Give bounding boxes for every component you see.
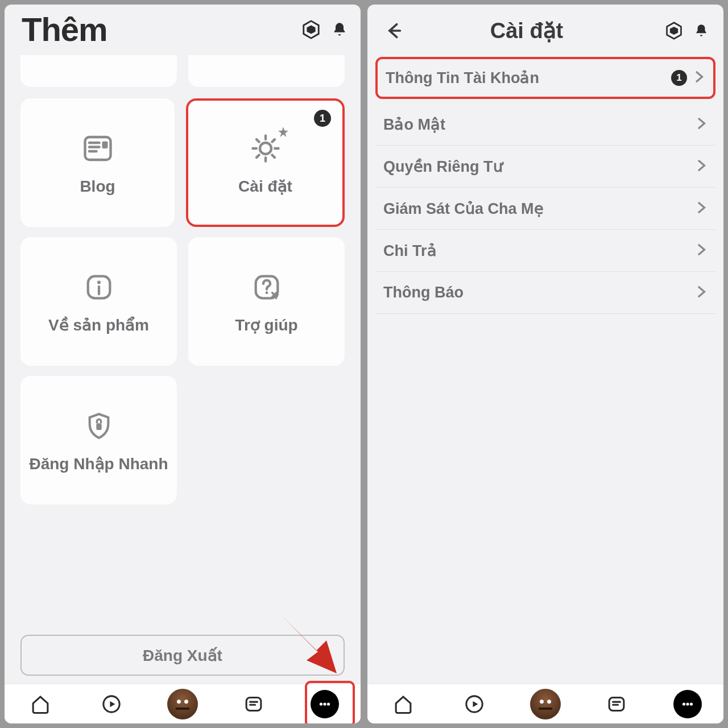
- tile-about-label: Về sản phẩm: [48, 316, 149, 335]
- svg-rect-3: [102, 142, 107, 149]
- row-account-info[interactable]: Thông Tin Tài Khoản 1: [375, 57, 715, 99]
- tab-chat[interactable]: [601, 689, 632, 719]
- row-notifications[interactable]: Thông Báo: [375, 272, 715, 314]
- avatar-icon: [167, 689, 198, 719]
- settings-header: Cài đặt: [367, 5, 723, 52]
- gear-icon: [246, 129, 285, 168]
- row-notifications-label: Thông Báo: [383, 284, 689, 301]
- tile-help[interactable]: Trợ giúp: [188, 237, 345, 366]
- row-security-label: Bảo Mật: [383, 115, 689, 134]
- chevron-right-icon: [695, 159, 708, 174]
- tile-quick-login-label: Đăng Nhập Nhanh: [29, 454, 168, 474]
- tab-more[interactable]: [309, 689, 340, 719]
- newspaper-icon: [78, 129, 117, 168]
- more-header: Thêm: [5, 5, 361, 52]
- tab-discover[interactable]: [459, 689, 490, 719]
- chevron-right-icon: [695, 201, 708, 216]
- logout-label: Đăng Xuất: [143, 646, 222, 665]
- logout-button[interactable]: Đăng Xuất: [20, 635, 345, 676]
- tile-settings-label: Cài đặt: [238, 177, 292, 196]
- svg-point-14: [320, 702, 322, 705]
- tiles-grid: Blog 1 Cài đặt Về sản phẩm: [5, 52, 361, 635]
- more-title: Thêm: [22, 10, 107, 48]
- more-panel: Thêm Blog 1: [5, 5, 361, 723]
- avatar-icon: [530, 689, 561, 719]
- svg-point-22: [682, 702, 685, 705]
- row-privacy-label: Quyền Riêng Tư: [383, 158, 689, 176]
- bell-icon[interactable]: [693, 22, 710, 39]
- robux-icon[interactable]: [664, 21, 684, 40]
- tab-bar: [5, 684, 361, 723]
- tab-avatar[interactable]: [167, 689, 198, 719]
- svg-rect-10: [96, 424, 101, 431]
- tile-blog-label: Blog: [80, 177, 115, 196]
- row-security[interactable]: Bảo Mật: [375, 104, 715, 146]
- row-account-label: Thông Tin Tài Khoản: [386, 69, 665, 87]
- settings-badge: 1: [314, 110, 331, 127]
- bell-icon[interactable]: [331, 21, 348, 38]
- settings-panel: Cài đặt Thông Tin Tài Khoản 1 Bảo Mật Qu…: [367, 5, 723, 723]
- svg-point-4: [260, 143, 271, 154]
- svg-marker-5: [278, 127, 288, 137]
- header-icons: [301, 20, 348, 39]
- tab-bar-right: [367, 684, 723, 723]
- svg-rect-2: [85, 137, 110, 160]
- tab-chat[interactable]: [238, 689, 269, 719]
- svg-marker-20: [473, 701, 478, 706]
- tile-blog[interactable]: Blog: [20, 98, 175, 227]
- chevron-right-icon: [695, 286, 708, 300]
- svg-marker-12: [110, 701, 115, 706]
- svg-point-16: [327, 702, 330, 705]
- chevron-right-icon: [695, 117, 708, 132]
- svg-point-7: [97, 281, 100, 284]
- row-billing[interactable]: Chi Trả: [375, 230, 715, 272]
- ellipsis-icon: [311, 690, 339, 718]
- shield-lock-icon: [80, 407, 118, 445]
- account-badge: 1: [671, 70, 687, 86]
- tile-placeholder-2[interactable]: [188, 55, 345, 87]
- tile-settings[interactable]: 1 Cài đặt: [186, 98, 345, 227]
- info-icon: [80, 268, 118, 307]
- row-privacy[interactable]: Quyền Riêng Tư: [375, 146, 715, 188]
- tile-help-label: Trợ giúp: [235, 316, 297, 335]
- chevron-right-icon: [695, 243, 708, 258]
- tile-about[interactable]: Về sản phẩm: [20, 237, 177, 366]
- chevron-right-icon: [693, 71, 705, 85]
- tab-home[interactable]: [388, 689, 419, 719]
- tab-more[interactable]: [672, 689, 703, 719]
- row-parental-label: Giám Sát Của Cha Mẹ: [383, 200, 689, 218]
- settings-list: Thông Tin Tài Khoản 1 Bảo Mật Quyền Riên…: [367, 52, 723, 684]
- tab-discover[interactable]: [96, 689, 127, 719]
- svg-point-15: [324, 702, 326, 705]
- tab-avatar[interactable]: [530, 689, 561, 719]
- svg-marker-1: [307, 25, 315, 34]
- row-billing-label: Chi Trả: [383, 242, 689, 260]
- svg-point-24: [690, 702, 693, 705]
- header-icons-right: [664, 21, 710, 40]
- svg-point-23: [686, 702, 689, 705]
- settings-title: Cài đặt: [396, 18, 657, 43]
- row-parental[interactable]: Giám Sát Của Cha Mẹ: [375, 188, 715, 230]
- svg-point-9: [265, 291, 268, 294]
- tab-home[interactable]: [25, 689, 56, 719]
- tile-quick-login[interactable]: Đăng Nhập Nhanh: [20, 376, 177, 504]
- tile-placeholder-1[interactable]: [20, 55, 177, 87]
- help-icon: [247, 268, 286, 307]
- svg-marker-18: [670, 27, 678, 35]
- ellipsis-icon: [673, 690, 702, 718]
- robux-icon[interactable]: [301, 20, 321, 39]
